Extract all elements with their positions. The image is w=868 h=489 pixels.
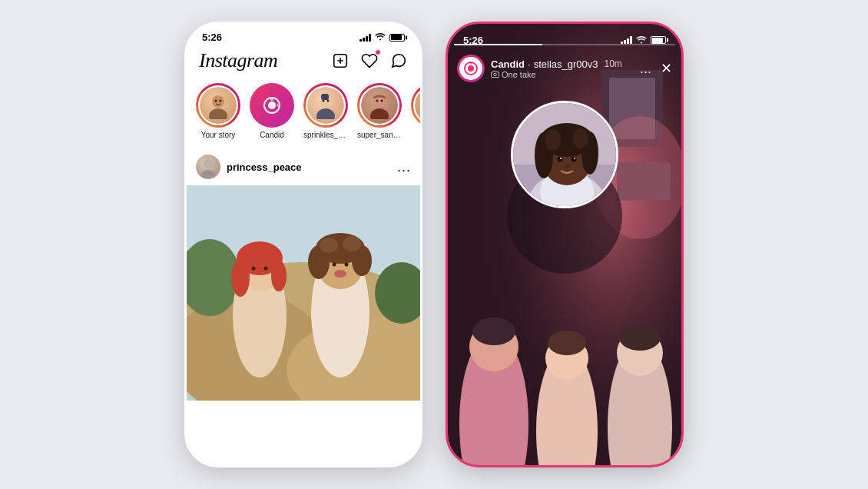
- svg-point-83: [560, 158, 562, 159]
- story-sprinkles[interactable]: sprinkles_b...: [303, 83, 348, 139]
- post-user: princess_peace: [196, 155, 302, 179]
- svg-point-6: [220, 100, 222, 102]
- svg-point-39: [264, 267, 268, 271]
- sprinkles-label: sprinkles_b...: [303, 131, 348, 139]
- header-icons: [331, 52, 408, 70]
- wifi-icon: [375, 32, 386, 42]
- svg-point-24: [204, 159, 213, 168]
- super-santi-avatar: [359, 85, 399, 125]
- story-jade[interactable]: jade...: [411, 83, 420, 139]
- notification-badge: [375, 49, 381, 55]
- left-phone-wrapper: 5:26: [184, 22, 422, 467]
- candid-story-subtitle: One take: [491, 70, 622, 79]
- right-status-time: 5:26: [463, 35, 483, 46]
- candid-story-header: Candid · stellas_gr00v3 10m One take: [448, 48, 681, 88]
- svg-point-61: [548, 331, 586, 355]
- candid-story-name: Candid: [491, 58, 525, 70]
- story-candid[interactable]: Candid: [250, 83, 294, 139]
- svg-point-67: [468, 65, 474, 72]
- sprinkles-ring: [303, 83, 348, 128]
- left-status-time: 5:26: [202, 32, 222, 43]
- right-phone: 5:26 .right-battery::a: [446, 22, 684, 467]
- instagram-header: Instagram: [187, 46, 420, 78]
- svg-point-64: [619, 324, 661, 351]
- candid-story-avatar-ring: [457, 55, 485, 82]
- svg-point-84: [574, 158, 575, 159]
- svg-point-45: [320, 238, 338, 253]
- svg-point-17: [370, 108, 389, 119]
- signal-icon: [359, 34, 371, 42]
- candid-button: [252, 85, 292, 125]
- svg-point-19: [381, 100, 383, 102]
- add-post-icon[interactable]: [331, 52, 350, 70]
- story-super-santi[interactable]: super_santi...: [357, 83, 402, 139]
- candid-story-username: stellas_gr00v3: [534, 58, 598, 70]
- svg-point-58: [472, 318, 515, 345]
- svg-point-9: [270, 98, 273, 101]
- svg-point-36: [231, 258, 250, 297]
- jade-ring: [411, 83, 420, 128]
- candid-header-actions: ... ✕: [640, 60, 672, 77]
- svg-point-81: [558, 157, 563, 162]
- svg-rect-15: [321, 94, 329, 100]
- svg-point-38: [252, 267, 256, 271]
- candid-inset-photo: [511, 101, 618, 208]
- super-santi-label: super_santi...: [357, 131, 402, 139]
- right-phone-wrapper: 5:26 .right-battery::a: [446, 22, 684, 467]
- story-your-story[interactable]: Your story: [196, 83, 240, 139]
- candid-story-time: 10m: [605, 58, 622, 69]
- svg-point-68: [470, 62, 472, 65]
- right-signal-icon: [621, 36, 632, 44]
- post-image: [187, 185, 420, 401]
- svg-point-85: [564, 165, 570, 168]
- jade-avatar: [413, 85, 420, 125]
- your-story-ring: [196, 83, 240, 128]
- candid-story-text: Candid · stellas_gr00v3 10m One take: [491, 58, 622, 79]
- svg-point-79: [545, 129, 561, 151]
- candid-one-take: One take: [502, 70, 536, 79]
- your-story-avatar: [198, 85, 238, 125]
- svg-point-10: [277, 104, 280, 107]
- svg-point-37: [271, 261, 287, 291]
- svg-point-4: [209, 108, 227, 119]
- candid-separator: ·: [528, 58, 531, 70]
- post-more-options[interactable]: ...: [397, 159, 411, 175]
- right-wifi-icon: [636, 33, 647, 47]
- svg-point-69: [494, 73, 497, 76]
- heart-notifications-icon[interactable]: [360, 52, 379, 70]
- svg-point-18: [376, 100, 379, 102]
- left-status-icons: [359, 32, 405, 42]
- instagram-logo: Instagram: [199, 49, 277, 72]
- left-status-bar: 5:26: [187, 24, 420, 46]
- svg-point-25: [201, 170, 215, 178]
- messenger-icon[interactable]: [389, 52, 408, 70]
- sprinkles-avatar: [306, 85, 346, 125]
- svg-point-48: [345, 263, 349, 267]
- candid-story-avatar: [459, 57, 482, 80]
- post-username[interactable]: princess_peace: [227, 161, 302, 173]
- candid-ring: [250, 83, 294, 128]
- candid-label: Candid: [260, 131, 284, 139]
- svg-point-49: [334, 270, 346, 278]
- svg-point-5: [215, 100, 217, 102]
- your-story-label: Your story: [201, 131, 236, 139]
- svg-point-80: [573, 128, 588, 148]
- svg-point-3: [212, 95, 224, 108]
- right-status-bar: 5:26 .right-battery::a: [448, 25, 681, 50]
- svg-point-46: [343, 236, 361, 251]
- candid-user-info: Candid · stellas_gr00v3 10m One take: [457, 55, 622, 82]
- svg-point-8: [268, 101, 276, 109]
- stories-row: Your story Candid: [187, 78, 420, 148]
- svg-point-12: [316, 108, 335, 119]
- story-close-button[interactable]: ✕: [661, 60, 672, 77]
- post-header: princess_peace ...: [187, 148, 420, 185]
- story-more-options[interactable]: ...: [640, 61, 651, 77]
- right-battery-icon: .right-battery::after{background:#fff}: [651, 36, 666, 44]
- battery-icon: [389, 34, 405, 42]
- left-phone: 5:26: [184, 22, 422, 467]
- right-status-icons: .right-battery::after{background:#fff}: [621, 33, 666, 47]
- post-avatar: [196, 155, 220, 179]
- svg-point-14: [327, 100, 330, 102]
- svg-point-47: [333, 263, 336, 267]
- right-phone-background: [448, 24, 681, 465]
